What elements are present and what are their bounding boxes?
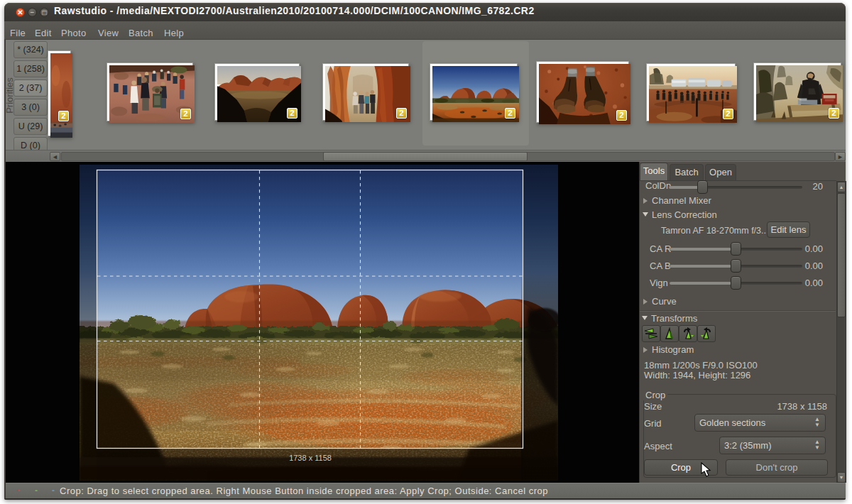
svg-text:1738 x 1158: 1738 x 1158 xyxy=(289,454,332,462)
